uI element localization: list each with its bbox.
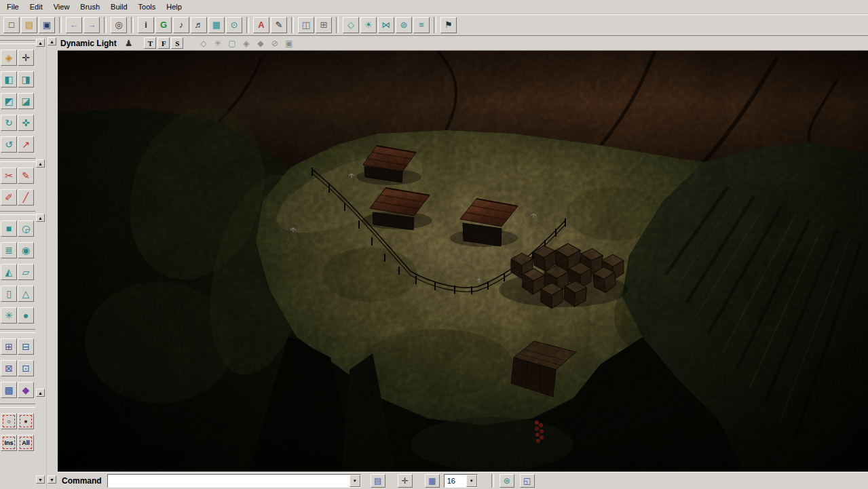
- texture-usage-mode-icon[interactable]: ▢: [225, 37, 239, 50]
- realtime-mode-icon[interactable]: ▣: [282, 37, 296, 50]
- actor-properties-button[interactable]: i: [138, 17, 154, 33]
- invert-selection-button[interactable]: ▪: [18, 413, 34, 429]
- stair-builder-button[interactable]: ≣: [1, 242, 17, 258]
- terrain-builder-icon: ◭: [5, 267, 13, 277]
- header-s-button[interactable]: S: [171, 37, 183, 49]
- lighting-mode-icon[interactable]: ⊘: [267, 37, 282, 50]
- group-collapse-button[interactable]: ▲: [36, 159, 45, 168]
- texture-browser-button[interactable]: ▦: [208, 17, 225, 33]
- group-collapse-button[interactable]: ▲: [36, 39, 45, 47]
- group-collapse-button[interactable]: ▲: [36, 389, 45, 397]
- cylinder-builder-button[interactable]: ▯: [1, 286, 17, 302]
- music-browser-button[interactable]: ♪: [173, 17, 189, 33]
- brush-scale-button[interactable]: ◧: [1, 71, 17, 87]
- open-map-button[interactable]: ▤: [21, 17, 37, 33]
- zones-mode-icon[interactable]: ✳: [210, 37, 225, 50]
- menu-tools[interactable]: Tools: [133, 1, 162, 13]
- maximize-viewport-button[interactable]: ◱: [520, 474, 535, 488]
- brush-shear-icon: ◩: [4, 96, 13, 106]
- wireframe-mode-icon-icon: ◇: [200, 39, 206, 47]
- brush-rotate-button[interactable]: ↻: [1, 115, 17, 131]
- new-map-button[interactable]: □: [3, 17, 20, 33]
- csg-intersect-button[interactable]: ⊠: [1, 360, 17, 376]
- menu-brush[interactable]: Brush: [75, 1, 105, 13]
- sound-browser-button[interactable]: ♬: [191, 17, 207, 33]
- toolbar-scrollbar[interactable]: ▲ ▼: [46, 36, 58, 489]
- build-all-button[interactable]: ≡: [413, 17, 430, 33]
- brush-shear-button[interactable]: ◩: [1, 93, 17, 109]
- sheet-builder-button[interactable]: ▱: [18, 264, 34, 280]
- 3d-viewport-canvas[interactable]: [58, 51, 868, 471]
- play-map-icon: ⚑: [445, 20, 453, 29]
- cone-builder-button[interactable]: △: [18, 286, 34, 302]
- csg-subtract-button[interactable]: ⊟: [18, 338, 34, 355]
- texture-pan-button[interactable]: ✜: [18, 115, 34, 131]
- menu-file[interactable]: File: [1, 1, 24, 13]
- spiral-stair-builder-button[interactable]: ◉: [18, 242, 34, 258]
- command-dropdown-button[interactable]: ▼: [350, 475, 360, 487]
- select-inside-button[interactable]: Ins: [1, 435, 17, 451]
- menu-view[interactable]: View: [48, 1, 75, 13]
- menu-edit[interactable]: Edit: [24, 1, 48, 13]
- viewport-floating-button[interactable]: ⊞: [316, 17, 332, 33]
- measure-tool-button[interactable]: ╱: [18, 189, 34, 206]
- rotation-grid-button[interactable]: ⊛: [499, 474, 514, 488]
- snap-vertex-button[interactable]: ↗: [18, 136, 34, 153]
- group-expand-button[interactable]: ▼: [36, 475, 45, 484]
- grid-size-dropdown-button[interactable]: ▼: [466, 475, 477, 487]
- log-window-button[interactable]: ▤: [371, 474, 385, 488]
- vertex-editing-button[interactable]: ✛: [18, 50, 34, 66]
- script-editor-button[interactable]: ✎: [271, 17, 287, 33]
- undo-button[interactable]: ←: [66, 17, 82, 33]
- csg-add-button[interactable]: ⊞: [1, 338, 17, 355]
- build-paths-button[interactable]: ⋈: [378, 17, 394, 33]
- brush-snap-scale-button[interactable]: ◨: [18, 71, 34, 87]
- command-input[interactable]: [108, 475, 350, 487]
- command-label: Command: [62, 476, 102, 486]
- scroll-up-button[interactable]: ▲: [48, 37, 56, 45]
- drag-grid-button[interactable]: ▦: [425, 474, 440, 488]
- content-area: ◈✛◧◨◩◪↻✜↺↗✂✎✐╱■◶≣◉◭▱▯△✳●⊞⊟⊠⊡▩◆▫▪InsAll ▲…: [0, 36, 868, 489]
- texture-rotate-button[interactable]: ↺: [1, 136, 17, 153]
- toolbar-separator: [434, 17, 436, 33]
- viewport-config-button[interactable]: ◫: [298, 17, 314, 33]
- textured-mode-icon[interactable]: ◆: [253, 37, 267, 50]
- brush-clipping-button[interactable]: ✂: [1, 168, 17, 184]
- build-options-button[interactable]: ⊚: [396, 17, 412, 33]
- play-map-button[interactable]: ⚑: [440, 17, 457, 33]
- actor-class-browser-button[interactable]: A: [253, 17, 269, 33]
- add-special-brush-button[interactable]: ▩: [1, 382, 17, 398]
- sphere-builder-button[interactable]: ●: [18, 307, 34, 324]
- curved-stair-builder-button[interactable]: ◶: [18, 220, 34, 237]
- camera-move-button[interactable]: ✛: [398, 474, 413, 488]
- search-actors-button[interactable]: ◎: [111, 17, 127, 33]
- cube-builder-button[interactable]: ■: [1, 220, 17, 237]
- deselect-all-button[interactable]: ▫: [1, 413, 17, 429]
- wireframe-mode-icon[interactable]: ◇: [196, 37, 210, 50]
- group-browser-button[interactable]: G: [155, 17, 172, 33]
- cube-builder-icon: ■: [6, 224, 12, 233]
- csg-deintersect-button[interactable]: ⊡: [18, 360, 34, 376]
- build-geometry-button[interactable]: ◇: [343, 17, 359, 33]
- select-all-button[interactable]: All: [18, 435, 34, 451]
- menu-help[interactable]: Help: [161, 1, 187, 13]
- brush-stretch-button[interactable]: ◪: [18, 93, 34, 109]
- add-mover-brush-button[interactable]: ◆: [18, 382, 34, 398]
- actor-properties-icon: i: [145, 20, 147, 29]
- mesh-browser-button[interactable]: ⊙: [226, 17, 242, 33]
- bsp-mode-icon-icon: ◈: [243, 39, 249, 47]
- scroll-down-button[interactable]: ▼: [48, 475, 56, 484]
- freehand-polygon-button[interactable]: ✎: [18, 168, 34, 184]
- terrain-builder-button[interactable]: ◭: [1, 264, 17, 280]
- group-collapse-button[interactable]: ▲: [36, 214, 45, 222]
- header-t-button[interactable]: T: [144, 37, 156, 49]
- build-lighting-button[interactable]: ☀: [360, 17, 377, 33]
- menu-build[interactable]: Build: [105, 1, 132, 13]
- save-map-button[interactable]: ▣: [39, 17, 55, 33]
- bsp-mode-icon[interactable]: ◈: [239, 37, 253, 50]
- face-drag-button[interactable]: ✐: [1, 189, 17, 206]
- redo-button[interactable]: →: [83, 17, 100, 33]
- volumetric-builder-button[interactable]: ✳: [1, 307, 17, 324]
- header-f-button[interactable]: F: [157, 37, 170, 49]
- camera-movement-button[interactable]: ◈: [1, 50, 17, 66]
